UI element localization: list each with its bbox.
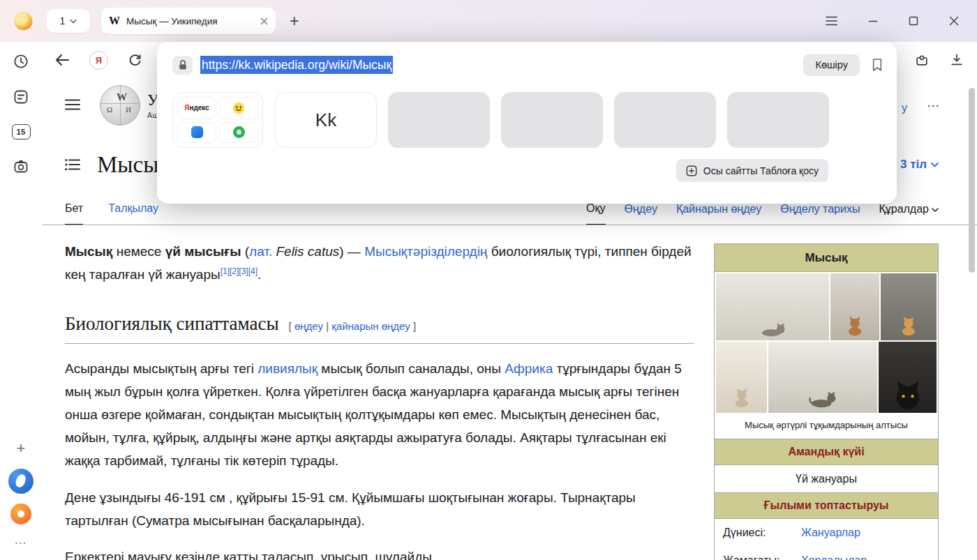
text-segment: Асыранды мысықтың арғы тегі — [65, 361, 258, 376]
tab-tools[interactable]: Құралдар — [879, 203, 939, 225]
page-scrollbar — [969, 84, 975, 556]
tab-read[interactable]: Оқу — [586, 202, 605, 225]
new-tab-button[interactable]: + — [285, 12, 303, 31]
cat-photo-1[interactable] — [716, 273, 829, 340]
empty-tablo-slot — [727, 92, 829, 148]
tab-edit[interactable]: Өңдеу — [625, 203, 657, 225]
orange-app-logo[interactable] — [10, 504, 31, 524]
site-security-button[interactable] — [172, 56, 193, 75]
text-segment: үй мысығы — [165, 244, 241, 259]
infobox-image-grid — [715, 272, 938, 414]
section-edit-links: [ өңдеу | қайнарын өңдеу ] — [289, 317, 417, 335]
tab-history[interactable]: Өңделу тарихы — [780, 203, 860, 225]
tab-bar: 1 W Мысық — Уикипедия + — [0, 0, 977, 42]
text-segment: ) — — [339, 244, 364, 259]
sidebar-tab-count[interactable]: 15 — [12, 124, 31, 139]
hamburger-menu-icon[interactable] — [65, 99, 80, 110]
downloads-icon[interactable] — [949, 52, 964, 68]
wiki-link[interactable]: лат. — [249, 244, 272, 259]
tab-title: Мысық — Уикипедия — [126, 16, 254, 27]
tablo-action-row: Осы сайтты Таблоға қосу — [172, 159, 883, 182]
chevron-down-icon — [932, 208, 939, 212]
taxonomy-value-link[interactable]: Хордалылар — [801, 551, 867, 560]
close-icon[interactable] — [946, 13, 962, 29]
tab-page[interactable]: Бет — [65, 202, 83, 225]
text-segment: Мысық — [65, 244, 112, 259]
infobox-caption: Мысық әртүрлі тұқымдарының алтысы — [715, 414, 938, 438]
infobox: Мысық Мысық әртүрлі тұқымд — [714, 243, 939, 560]
url-input[interactable]: https://kk.wikipedia.org/wiki/Мысық — [200, 58, 393, 73]
profile-avatar[interactable] — [14, 12, 33, 31]
feed-icon[interactable] — [13, 89, 29, 105]
address-bar: https://kk.wikipedia.org/wiki/Мысық Көші… — [172, 53, 883, 77]
language-selector[interactable]: 3 тіл — [900, 158, 939, 172]
text-segment: [ — [289, 320, 294, 332]
reload-icon[interactable] — [128, 53, 142, 68]
section-heading-title: Биологиялық сипаттамасы — [65, 308, 279, 340]
omnibox-popup: https://kk.wikipedia.org/wiki/Мысық Көші… — [157, 42, 897, 204]
wiki-link[interactable]: Африка — [505, 361, 553, 376]
yandex-services-tile: Яндекс — [172, 92, 263, 148]
text-segment: ] — [410, 320, 416, 332]
infobox-status-header: Амандық күйі — [715, 439, 938, 465]
article-body: Мысық Мысық әртүрлі тұқымд — [42, 225, 977, 560]
tablo-tiles: Яндекс Kk — [172, 92, 883, 148]
reference-link[interactable]: [2] — [230, 266, 239, 276]
taxonomy-label: Дүниесі: — [723, 523, 801, 543]
add-to-tablo-button[interactable]: Осы сайтты Таблоға қосу — [676, 159, 828, 182]
cat-photo-3[interactable] — [881, 273, 937, 340]
maximize-icon[interactable] — [906, 13, 921, 29]
cat-photo-6[interactable] — [879, 342, 937, 413]
reference-link[interactable]: [3] — [239, 266, 248, 276]
text-segment: тұрғындары бұдан 5 мың жыл бұрын қолға ү… — [65, 361, 682, 467]
cat-photo-2[interactable] — [830, 273, 879, 340]
cat-photo-5[interactable] — [768, 342, 877, 413]
wiki-link[interactable]: ливиялық — [258, 361, 318, 376]
alice-smiley-icon[interactable] — [219, 97, 258, 119]
bookmark-icon[interactable] — [872, 58, 883, 72]
yandex-search-icon[interactable]: Я — [89, 51, 108, 70]
tab-tools-label: Құралдар — [879, 203, 929, 215]
screenshot-icon[interactable] — [13, 158, 29, 175]
tab-close-icon[interactable] — [260, 17, 268, 25]
yandex-letter: Я — [96, 55, 102, 66]
taxonomy-value-link[interactable]: Жануарлар — [801, 523, 860, 543]
infobox-taxonomy-header: Ғылыми топтастыруы — [715, 492, 938, 519]
reference-link[interactable]: [1] — [221, 266, 230, 276]
blue-service-icon[interactable] — [177, 122, 216, 144]
extensions-icon[interactable] — [914, 52, 930, 68]
tab-edit-source[interactable]: Қайнарын өңдеу — [676, 203, 761, 225]
reference-link[interactable]: [4] — [248, 266, 258, 276]
cat-photo-4[interactable] — [716, 342, 767, 413]
browser-menu-icon[interactable] — [823, 13, 840, 29]
scrollbar-thumb[interactable] — [969, 88, 975, 273]
text-segment: Дене ұзындығы 46-191 см , құйрығы 15-91 … — [65, 490, 636, 528]
toc-icon[interactable] — [65, 158, 80, 171]
wiki-link[interactable]: Мысықтәрізділердің — [364, 244, 487, 259]
yandex-service-logo[interactable]: Яндекс — [177, 97, 216, 119]
sidebar-more-icon[interactable]: ⋯ — [15, 536, 28, 550]
text-segment: . — [258, 267, 261, 282]
green-service-icon[interactable] — [219, 122, 258, 144]
taxonomy-label: Жамағаты: — [723, 551, 801, 560]
yandex-logo-rest: ндекс — [189, 104, 209, 112]
back-icon[interactable] — [54, 53, 70, 67]
empty-tablo-slot — [614, 92, 716, 148]
tab-talk[interactable]: Талқылау — [108, 202, 158, 225]
wiki-link[interactable]: қайнарын өңдеу — [331, 320, 410, 332]
header-more-icon[interactable]: ⋯ — [927, 98, 941, 114]
text-segment: ( — [241, 244, 249, 259]
wiki-link[interactable]: өңдеу — [294, 320, 323, 332]
text-segment: Felis catus — [276, 244, 339, 259]
kk-wikipedia-tile[interactable]: Kk — [275, 92, 377, 148]
yandex-browser-logo[interactable] — [8, 469, 33, 494]
sidebar-add-icon[interactable]: + — [17, 441, 26, 456]
tab-group-counter[interactable]: 1 — [47, 9, 90, 33]
url-selected-text: https://kk.wikipedia.org/wiki/Мысық — [200, 56, 393, 74]
account-link-fragment[interactable]: у — [902, 102, 907, 114]
browser-tab-active[interactable]: W Мысық — Уикипедия — [101, 8, 276, 34]
copy-url-button[interactable]: Көшіру — [803, 54, 860, 76]
history-icon[interactable] — [13, 53, 29, 70]
minimize-icon[interactable] — [865, 13, 881, 29]
tab-counter-value: 1 — [60, 15, 66, 27]
